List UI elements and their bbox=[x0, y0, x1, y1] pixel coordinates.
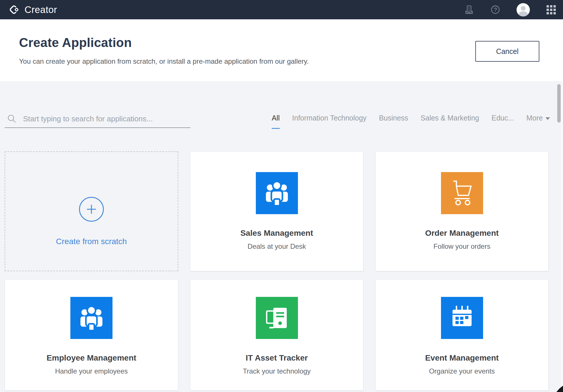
tab-label: All bbox=[272, 114, 280, 122]
svg-text:?: ? bbox=[494, 7, 497, 13]
application-grid: Create from scratch Sales Management bbox=[5, 151, 549, 391]
app-card-subtitle: Organize your events bbox=[429, 367, 495, 375]
application-search[interactable] bbox=[5, 112, 190, 128]
create-from-scratch-card[interactable]: Create from scratch bbox=[5, 151, 178, 271]
tab-business[interactable]: Business bbox=[379, 112, 408, 129]
app-card-title: Event Management bbox=[425, 353, 499, 363]
app-card-title: IT Asset Tracker bbox=[246, 353, 308, 363]
shopping-cart-icon bbox=[441, 172, 483, 214]
organization-icon[interactable] bbox=[464, 5, 474, 15]
page-title: Create Application bbox=[19, 35, 132, 50]
app-card-title: Employee Management bbox=[46, 353, 136, 363]
tab-label: More bbox=[526, 114, 543, 122]
help-icon[interactable]: ? bbox=[491, 5, 500, 14]
plus-circle-icon bbox=[79, 197, 104, 222]
category-tabs: All Information Technology Business Sale… bbox=[272, 112, 550, 129]
tab-education[interactable]: Educ... bbox=[491, 112, 514, 129]
scrollbar-thumb[interactable] bbox=[557, 84, 561, 122]
chevron-down-icon bbox=[545, 117, 550, 120]
tab-label: Educ... bbox=[491, 114, 514, 122]
app-card-employee-management[interactable]: Employee Management Handle your employee… bbox=[5, 279, 178, 391]
app-card-order-management[interactable]: Order Management Follow your orders bbox=[375, 151, 549, 271]
tab-sales-marketing[interactable]: Sales & Marketing bbox=[421, 112, 479, 129]
search-icon bbox=[7, 114, 17, 124]
search-input[interactable] bbox=[23, 114, 189, 123]
app-name: Creator bbox=[25, 4, 57, 15]
people-group-icon bbox=[70, 297, 112, 339]
tab-label: Sales & Marketing bbox=[421, 114, 479, 122]
app-logo[interactable]: Creator bbox=[8, 4, 57, 16]
tab-all[interactable]: All bbox=[272, 112, 280, 129]
create-from-scratch-label: Create from scratch bbox=[56, 237, 127, 246]
app-card-sales-management[interactable]: Sales Management Deals at your Desk bbox=[190, 151, 363, 271]
page-header: Create Application You can create your a… bbox=[0, 19, 563, 82]
top-navbar: Creator ? bbox=[0, 0, 563, 19]
app-card-subtitle: Follow your orders bbox=[433, 242, 490, 250]
tab-label: Information Technology bbox=[292, 114, 367, 122]
app-card-subtitle: Track your technology bbox=[243, 367, 311, 375]
page-subtitle: You can create your application from scr… bbox=[19, 57, 309, 65]
calendar-icon bbox=[441, 297, 483, 339]
app-card-title: Order Management bbox=[425, 229, 499, 238]
app-card-subtitle: Handle your employees bbox=[55, 367, 128, 375]
app-card-it-asset-tracker[interactable]: IT Asset Tracker Track your technology bbox=[190, 279, 363, 391]
app-card-title: Sales Management bbox=[240, 229, 313, 238]
computer-icon bbox=[256, 297, 298, 339]
app-card-subtitle: Deals at your Desk bbox=[247, 242, 306, 250]
scrollbar-track[interactable] bbox=[561, 82, 563, 392]
people-group-icon bbox=[256, 172, 298, 214]
app-grid-icon[interactable] bbox=[546, 5, 556, 15]
gallery-section: All Information Technology Business Sale… bbox=[0, 82, 563, 392]
app-card-event-management[interactable]: Event Management Organize your events bbox=[375, 279, 549, 391]
tab-information-technology[interactable]: Information Technology bbox=[292, 112, 367, 129]
creator-logo-icon bbox=[8, 4, 20, 16]
tab-more[interactable]: More bbox=[526, 112, 550, 129]
cancel-button[interactable]: Cancel bbox=[475, 41, 539, 62]
user-avatar[interactable] bbox=[517, 3, 530, 16]
tab-label: Business bbox=[379, 114, 408, 122]
